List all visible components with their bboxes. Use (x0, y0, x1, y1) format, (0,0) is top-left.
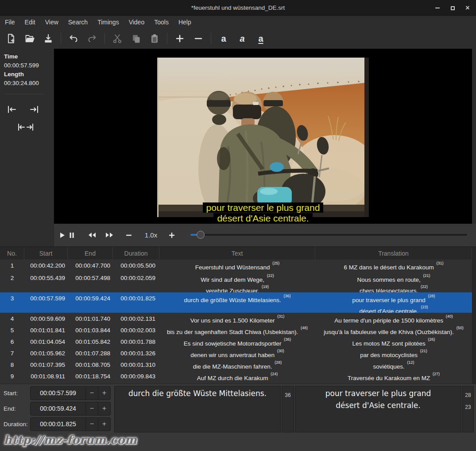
column-header-text[interactable]: Text (159, 247, 315, 259)
end-increment-button[interactable]: + (98, 402, 110, 415)
seek-to-end-button[interactable] (27, 104, 41, 115)
format-italic-button[interactable]: a (235, 31, 250, 46)
paste-button[interactable] (147, 31, 162, 46)
minimize-icon (435, 8, 440, 8)
cell: 00:00:02.059 (113, 273, 159, 292)
table-row[interactable]: 600:01:04.05400:01:05.84200:00:01.788Es … (0, 336, 476, 347)
translation-edit-area[interactable]: pour traverser le plus grand désert d'As… (295, 386, 461, 432)
start-label: Start: (4, 386, 18, 400)
rewind-button[interactable] (86, 224, 97, 246)
pause-button[interactable] (66, 224, 77, 246)
end-field: 00:00:59.424 − + (30, 402, 111, 416)
seek-selection-icon (17, 123, 34, 131)
copy-button[interactable] (128, 31, 143, 46)
table-row[interactable]: 100:00:42.20000:00:47.70000:00:05.500Feu… (0, 260, 476, 272)
insert-subtitle-button[interactable] (172, 31, 187, 46)
new-file-button[interactable] (4, 31, 19, 46)
menu-tools[interactable]: Tools (149, 16, 174, 28)
menu-help[interactable]: Help (174, 16, 196, 28)
duration-field: 00:00:01.825 − + (30, 417, 111, 431)
seek-to-start-button[interactable] (5, 104, 19, 115)
cell: 00:00:02.003 (113, 326, 159, 336)
titlebar: *feuerstuhl und wüstensand_DE.srt × (0, 0, 476, 16)
slider-handle[interactable] (197, 231, 205, 239)
open-file-button[interactable] (22, 31, 37, 46)
speed-up-button[interactable] (166, 224, 178, 246)
menu-view[interactable]: View (40, 16, 63, 28)
cell: denen wir uns anvertraut haben (30) (159, 349, 315, 359)
format-bold-button[interactable]: a (216, 31, 231, 46)
maximize-button[interactable] (446, 0, 459, 16)
cell: Wir sind auf dem Wege, (22)verehrte Zusc… (159, 273, 315, 292)
table-row[interactable]: 300:00:57.59900:00:59.42400:00:01.825dur… (0, 292, 476, 313)
table-row[interactable]: 200:00:55.43900:00:57.49800:00:02.059Wir… (0, 272, 476, 292)
position-slider[interactable] (190, 224, 467, 246)
cell: 00:00:02.131 (113, 314, 159, 324)
fast-forward-button[interactable] (104, 224, 115, 246)
table-row[interactable]: 900:01:08.91100:01:18.75400:00:09.843Auf… (0, 370, 476, 382)
translation-char-counts: 28 23 (462, 386, 474, 432)
column-header-duration[interactable]: Duration (113, 247, 159, 259)
bold-a-icon: a (221, 34, 226, 43)
remove-subtitle-button[interactable] (191, 31, 206, 46)
menu-search[interactable]: Search (63, 16, 93, 28)
cell: Au terme d'un périple de 1500 kilomètres… (315, 314, 472, 324)
cell: 00:01:18.754 (68, 372, 113, 382)
column-header-translation[interactable]: Translation (315, 247, 472, 259)
column-header-end[interactable]: End (68, 247, 113, 259)
table-row[interactable]: 700:01:05.96200:01:07.28800:00:01.326den… (0, 347, 476, 359)
menu-edit[interactable]: Edit (20, 16, 40, 28)
seek-to-end-icon (29, 105, 39, 113)
cell: 00:01:03.844 (68, 326, 113, 336)
end-input[interactable]: 00:00:59.424 (31, 402, 85, 415)
cell: Es sind sowjetische Motorradsportler (36… (159, 337, 315, 347)
cell: 00:00:01.310 (113, 360, 159, 370)
table-scrollbar[interactable] (472, 247, 476, 384)
cell: Les motos MZ sont pilotées (26) (315, 337, 472, 347)
column-header-no[interactable]: No. (0, 247, 24, 259)
cell: bis zu der sagenhaften Stadt Chiwa (Usbe… (159, 326, 315, 336)
cell: Auf MZ durch die Karakum (24) (159, 372, 315, 382)
duration-decrement-button[interactable]: − (85, 418, 98, 431)
cell: die die MZ-Maschinen fahren. (28) (159, 360, 315, 370)
cell: 3 (0, 294, 24, 313)
close-button[interactable]: × (461, 0, 474, 16)
cell: 7 (0, 349, 24, 359)
menu-timings[interactable]: Timings (93, 16, 124, 28)
menu-file[interactable]: File (0, 16, 20, 28)
cut-button[interactable] (110, 31, 125, 46)
table-row[interactable]: 400:00:59.60900:01:01.74000:00:02.131Vor… (0, 313, 476, 324)
cell: 00:00:57.599 (24, 294, 68, 313)
video-frame (157, 58, 369, 217)
text-edit-area[interactable]: durch die größte Wüste Mittelasiens. (114, 386, 281, 432)
table-row[interactable]: 500:01:01.84100:01:03.84400:00:02.003bis… (0, 324, 476, 336)
redo-button[interactable] (85, 31, 100, 46)
seek-to-start-icon (7, 105, 17, 113)
start-input[interactable]: 00:00:57.599 (31, 387, 85, 400)
minimize-button[interactable] (431, 0, 444, 16)
slider-track[interactable] (190, 234, 467, 236)
save-file-button[interactable] (41, 31, 56, 46)
cell: 00:01:07.395 (24, 360, 68, 370)
duration-increment-button[interactable]: + (98, 418, 110, 431)
cell: Nous sommes en route, (21)chers télespec… (315, 273, 472, 292)
speed-down-button[interactable] (123, 224, 135, 246)
start-increment-button[interactable]: + (98, 387, 110, 400)
minus-icon (126, 232, 132, 238)
cell: 00:00:42.200 (24, 261, 68, 272)
menu-video[interactable]: Video (124, 16, 150, 28)
end-decrement-button[interactable]: − (85, 402, 98, 415)
duration-input[interactable]: 00:00:01.825 (31, 418, 85, 431)
italic-a-icon: a (240, 34, 244, 43)
cell: 00:00:47.700 (68, 261, 113, 272)
undo-button[interactable] (66, 31, 81, 46)
minus-icon (193, 33, 204, 44)
column-header-start[interactable]: Start (24, 247, 68, 259)
start-decrement-button[interactable]: − (85, 387, 98, 400)
cell: 00:00:01.326 (113, 349, 159, 359)
app-window: *feuerstuhl und wüstensand_DE.srt × File… (0, 0, 476, 451)
table-row[interactable]: 800:01:07.39500:01:08.70500:00:01.310die… (0, 359, 476, 370)
undo-icon (68, 33, 79, 44)
format-underline-button[interactable]: a (253, 31, 268, 46)
seek-selection-button[interactable] (16, 122, 35, 132)
